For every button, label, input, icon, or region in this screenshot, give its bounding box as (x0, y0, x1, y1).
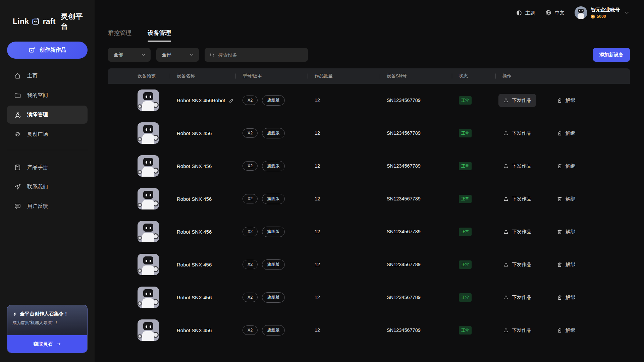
sidebar-item-product-manual[interactable]: 产品手册 (7, 158, 88, 176)
topbar: 主题 中文 智元企业账号 5000 (108, 0, 630, 25)
device-name: Robot SNX 456 (177, 163, 212, 169)
chevron-down-icon (141, 52, 146, 57)
sidebar-item-user-feedback[interactable]: 用户反馈 (7, 197, 88, 215)
upload-icon (503, 295, 509, 300)
sidebar-nav-secondary: 产品手册 联系我们 用户反馈 (7, 158, 88, 217)
account-menu[interactable]: 智元企业账号 5000 (575, 6, 630, 19)
trash-icon (557, 163, 562, 169)
add-device-button[interactable]: 添加新设备 (593, 48, 630, 62)
device-thumbnail[interactable] (138, 122, 159, 144)
device-thumbnail[interactable] (138, 188, 159, 209)
sidebar-item-performance-management[interactable]: 演绎管理 (7, 106, 88, 124)
theme-toggle[interactable]: 主题 (516, 10, 535, 16)
sidebar-item-my-space[interactable]: 我的空间 (7, 86, 88, 104)
create-video-icon (29, 47, 36, 54)
device-sn: SN1234567789 (380, 163, 452, 169)
column-header-sn: 设备SN号 (380, 73, 452, 79)
home-icon (14, 72, 21, 79)
device-thumbnail[interactable] (138, 155, 159, 177)
deploy-work-button[interactable]: 下发作品 (498, 258, 536, 271)
deploy-work-button[interactable]: 下发作品 (498, 291, 536, 304)
table-header: 设备预览 设备名称 型号/版本 作品数量 设备SN号 状态 操作 (108, 68, 630, 84)
model-badge: X2 (243, 227, 258, 236)
sidebar-item-label: 联系我们 (27, 183, 48, 190)
brand-c-icon (32, 17, 40, 26)
deploy-work-button[interactable]: 下发作品 (498, 160, 536, 173)
upload-icon (503, 98, 509, 103)
works-count: 12 (308, 196, 380, 201)
table-row: Robot SNX 456 X2 旗舰版 12 SN1234567789 正常 (108, 314, 630, 347)
tab-device-management[interactable]: 设备管理 (148, 29, 171, 42)
unbind-button[interactable]: 解绑 (552, 94, 580, 107)
trash-icon (557, 327, 562, 333)
device-thumbnail[interactable] (138, 254, 159, 275)
column-header-preview: 设备预览 (108, 73, 170, 79)
promo-card: 全平台创作人召集令！ 成为首批"机器人导演" ！ 赚取灵石 (7, 305, 88, 353)
model-badge: X2 (243, 260, 258, 269)
main-content: 主题 中文 智元企业账号 5000 (95, 0, 644, 362)
earn-lingshi-button[interactable]: 赚取灵石 (7, 335, 87, 353)
device-thumbnail[interactable] (138, 221, 159, 242)
works-count: 12 (308, 229, 380, 234)
filter-dropdown-2[interactable]: 全部 (156, 48, 199, 62)
device-thumbnail[interactable] (138, 89, 159, 111)
upload-icon (503, 163, 509, 169)
version-badge: 旗舰版 (262, 227, 285, 237)
globe-icon (545, 9, 552, 16)
edit-pencil-icon[interactable] (229, 98, 234, 103)
lightning-icon (12, 311, 17, 316)
version-badge: 旗舰版 (262, 128, 285, 138)
status-badge: 正常 (459, 228, 472, 236)
filter-dropdown-1[interactable]: 全部 (108, 48, 151, 62)
column-header-name: 设备名称 (170, 73, 236, 79)
device-thumbnail[interactable] (138, 287, 159, 308)
deploy-work-button[interactable]: 下发作品 (498, 324, 536, 337)
device-sn: SN1234567789 (380, 327, 452, 333)
model-badge: X2 (243, 194, 258, 203)
sidebar-item-lingchuang-plaza[interactable]: 灵创广场 (7, 125, 88, 143)
search-input[interactable] (218, 52, 303, 58)
coin-balance: 5000 (597, 14, 606, 19)
sidebar-nav-primary: 主页 我的空间 演绎管理 (7, 67, 88, 144)
unbind-button[interactable]: 解绑 (552, 324, 580, 337)
promo-subtitle: 成为首批"机器人导演" ！ (12, 320, 82, 326)
trash-icon (557, 295, 562, 300)
device-thumbnail[interactable] (138, 319, 159, 341)
feedback-icon (14, 203, 21, 210)
planet-icon (14, 131, 21, 138)
sidebar-item-home[interactable]: 主页 (7, 67, 88, 85)
sidebar-item-contact-us[interactable]: 联系我们 (7, 178, 88, 196)
folder-icon (14, 92, 21, 99)
device-table: 设备预览 设备名称 型号/版本 作品数量 设备SN号 状态 操作 Robot S… (108, 68, 630, 347)
search-icon (209, 52, 215, 58)
chevron-down-icon (189, 52, 194, 57)
deploy-work-button[interactable]: 下发作品 (498, 192, 536, 205)
unbind-button[interactable]: 解绑 (552, 225, 580, 238)
model-badge: X2 (243, 293, 258, 302)
column-header-status: 状态 (452, 73, 496, 79)
unbind-button[interactable]: 解绑 (552, 192, 580, 205)
device-sn: SN1234567789 (380, 196, 452, 201)
upload-icon (503, 327, 509, 333)
deploy-work-button[interactable]: 下发作品 (498, 225, 536, 238)
model-badge: X2 (243, 161, 258, 171)
table-row: Robot SNX 456 X2 旗舰版 12 SN1234567789 正常 (108, 215, 630, 248)
unbind-button[interactable]: 解绑 (552, 160, 580, 173)
deploy-work-button[interactable]: 下发作品 (498, 127, 536, 140)
unbind-button[interactable]: 解绑 (552, 291, 580, 304)
table-row: Robot SNX 456 X2 旗舰版 12 SN1234567789 正常 (108, 149, 630, 182)
table-row: Robot SNX 456 X2 旗舰版 12 SN1234567789 正常 (108, 117, 630, 149)
device-sn: SN1234567789 (380, 98, 452, 103)
version-badge: 旗舰版 (262, 95, 285, 106)
send-icon (14, 183, 21, 190)
create-new-work-button[interactable]: 创作新作品 (7, 42, 88, 59)
unbind-button[interactable]: 解绑 (552, 127, 580, 140)
status-badge: 正常 (459, 162, 472, 170)
trash-icon (557, 229, 562, 235)
deploy-work-button[interactable]: 下发作品 (498, 94, 536, 107)
tab-group-control[interactable]: 群控管理 (108, 29, 131, 42)
unbind-button[interactable]: 解绑 (552, 258, 580, 271)
language-switcher[interactable]: 中文 (545, 9, 565, 16)
works-count: 12 (308, 262, 380, 267)
tab-bar: 群控管理 设备管理 (108, 29, 630, 42)
